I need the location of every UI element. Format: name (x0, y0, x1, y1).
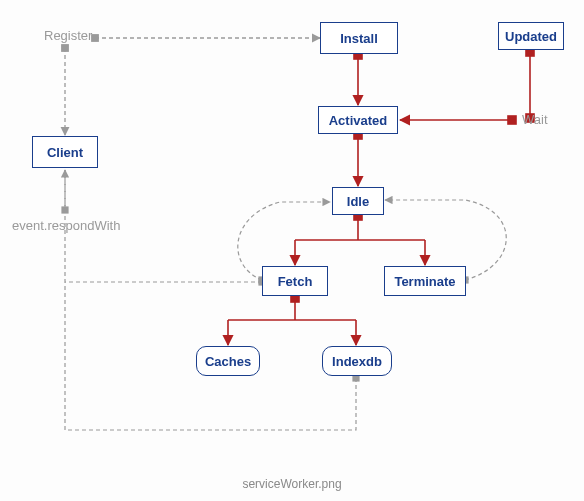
edges-layer (0, 0, 584, 501)
node-updated: Updated (498, 22, 564, 50)
node-indexdb: Indexdb (322, 346, 392, 376)
label-respond: event.respondWith (12, 218, 120, 233)
caption: serviceWorker.png (0, 477, 584, 491)
node-caches-label: Caches (205, 354, 251, 369)
node-updated-label: Updated (505, 29, 557, 44)
node-idle-label: Idle (347, 194, 369, 209)
node-fetch-label: Fetch (278, 274, 313, 289)
node-client: Client (32, 136, 98, 168)
node-install: Install (320, 22, 398, 54)
node-fetch: Fetch (262, 266, 328, 296)
node-indexdb-label: Indexdb (332, 354, 382, 369)
node-activated-label: Activated (329, 113, 388, 128)
node-activated: Activated (318, 106, 398, 134)
node-client-label: Client (47, 145, 83, 160)
label-register: Register (44, 28, 92, 43)
node-terminate-label: Terminate (394, 274, 455, 289)
node-idle: Idle (332, 187, 384, 215)
label-wait: Wait (522, 112, 548, 127)
node-install-label: Install (340, 31, 378, 46)
node-caches: Caches (196, 346, 260, 376)
node-terminate: Terminate (384, 266, 466, 296)
